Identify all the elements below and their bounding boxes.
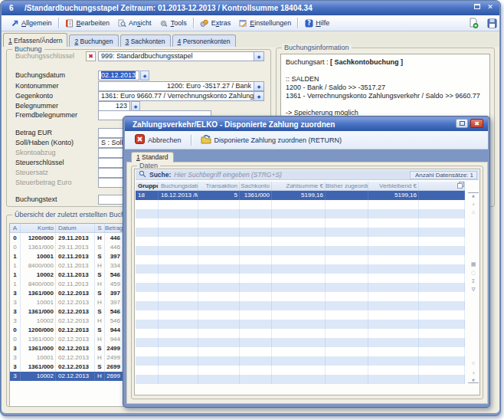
- cell: S: [95, 252, 105, 261]
- cell: [368, 228, 419, 237]
- cell: 10002: [21, 317, 56, 326]
- menu-item-allgemein[interactable]: Allgemein: [6, 17, 56, 29]
- restore-window-button[interactable]: [472, 3, 483, 11]
- empty-row[interactable]: [136, 320, 465, 329]
- empty-row[interactable]: [136, 200, 465, 209]
- menu-item-ansicht[interactable]: Ansicht: [113, 17, 155, 29]
- empty-row[interactable]: [136, 375, 465, 384]
- menu-item-hilfe[interactable]: ?Hilfe: [300, 17, 333, 29]
- scroll-down-icon[interactable]: ▽: [468, 361, 479, 366]
- buchungsdatum-label: Buchungsdatum: [15, 71, 65, 80]
- cell: 3: [10, 363, 21, 372]
- cell: [159, 209, 198, 218]
- cell: [159, 274, 198, 283]
- empty-row[interactable]: [136, 209, 465, 218]
- cell: H: [95, 261, 105, 271]
- empty-row[interactable]: [136, 246, 465, 255]
- tab-personenkonten[interactable]: 4 Personenkonten: [172, 34, 236, 47]
- cell: [198, 200, 240, 209]
- empty-row[interactable]: [136, 264, 465, 274]
- cell: [198, 310, 240, 320]
- grid-copy-icon[interactable]: [419, 182, 465, 191]
- add-row2-icon[interactable]: ＋: [468, 369, 479, 377]
- sum-icon[interactable]: Σ: [468, 278, 479, 284]
- tab-sachkonten[interactable]: 3 Sachkonten: [120, 34, 171, 47]
- grid-view-icon[interactable]: ▦: [468, 261, 479, 267]
- empty-row[interactable]: [136, 283, 465, 292]
- buchungsschluessel-combo[interactable]: 999: Standardbuchungsstapel◆: [98, 51, 264, 61]
- close-window-button[interactable]: ✕: [486, 3, 495, 11]
- search-rows-icon[interactable]: ◌: [468, 270, 479, 276]
- dialog-maximize-button[interactable]: [456, 119, 468, 128]
- scroll-bottom-icon[interactable]: ▼: [468, 378, 479, 383]
- empty-row[interactable]: [136, 366, 465, 375]
- betrag_eur-label: Betrag EUR: [15, 128, 52, 138]
- cell: [419, 301, 465, 310]
- dropdown-button[interactable]: ◆: [254, 82, 263, 90]
- cell: 2699: [105, 363, 123, 372]
- filter-icon[interactable]: ∇: [468, 287, 479, 293]
- empty-row[interactable]: [136, 356, 465, 366]
- cell: [368, 264, 419, 274]
- cell: [272, 237, 326, 246]
- empty-row[interactable]: [136, 237, 465, 246]
- cell: [136, 329, 159, 338]
- empty-row[interactable]: [136, 329, 465, 338]
- menu-item-tools[interactable]: Tools: [155, 17, 191, 29]
- kontonummer-combo[interactable]: 1200: Euro -3517.27 / Bank◆: [98, 81, 264, 91]
- cell: 8400/000: [21, 280, 56, 289]
- tab-erfassen-ndern[interactable]: 1 Erfassen/Ändern: [3, 33, 67, 47]
- new-document-icon[interactable]: [467, 17, 479, 29]
- search-icon: [139, 170, 146, 179]
- payment-row[interactable]: 1816.12.2013 /Mo51361/0005199,165199,16: [136, 191, 465, 200]
- menu-item-extras[interactable]: Extras: [196, 17, 235, 29]
- scroll-up-icon[interactable]: △: [468, 209, 479, 214]
- cell: H: [95, 372, 105, 381]
- cell: [326, 356, 368, 366]
- cell: [272, 228, 326, 237]
- buchungsdatum-input[interactable]: 02.12.2013: [98, 71, 139, 80]
- cell: [240, 283, 272, 292]
- spinner-button[interactable]: ◆: [140, 71, 149, 80]
- cell: [272, 200, 326, 209]
- scroll-top-icon[interactable]: ▲: [468, 192, 479, 198]
- cell: Buchungsdatum: [159, 182, 198, 191]
- cancel-button[interactable]: Abbrechen: [132, 133, 185, 147]
- buchungsdatum-value: 02.12.2013: [101, 71, 136, 79]
- empty-row[interactable]: [136, 228, 465, 237]
- cell: 397: [105, 298, 123, 307]
- cell: [419, 200, 465, 209]
- cell: S: [95, 224, 105, 233]
- clear-field-button[interactable]: ✖: [86, 51, 96, 61]
- empty-row[interactable]: [136, 338, 465, 347]
- empty-row[interactable]: [136, 255, 465, 264]
- cancel-x-icon: [135, 134, 145, 146]
- dialog-title: Zahlungsverkehr/ELKO - Disponierte Zahlu…: [133, 120, 335, 129]
- empty-row[interactable]: [136, 292, 465, 301]
- empty-row[interactable]: [136, 347, 465, 356]
- empty-row[interactable]: [136, 274, 465, 283]
- cell: [368, 356, 419, 366]
- menu-item-bearbeiten[interactable]: Bearbeiten: [61, 17, 114, 29]
- assign-payment-button[interactable]: Disponierte Zahlung zuordnen (RETURN): [198, 133, 345, 147]
- dialog-close-button[interactable]: ✖: [470, 119, 483, 128]
- save-icon[interactable]: [486, 17, 498, 29]
- cell: H: [95, 280, 105, 289]
- add-row-icon[interactable]: ＋: [468, 201, 479, 208]
- menu-item-einstellungen[interactable]: Einstellungen: [234, 17, 295, 29]
- empty-row[interactable]: [136, 301, 465, 310]
- cell: Betrag €: [105, 224, 123, 233]
- tab-buchungen[interactable]: 2 Buchungen: [69, 34, 118, 47]
- cell: [419, 255, 465, 264]
- cell: H: [95, 335, 105, 344]
- empty-row[interactable]: [136, 218, 465, 228]
- empty-row[interactable]: [136, 310, 465, 320]
- maximize-icon: [460, 121, 465, 126]
- cell: [136, 255, 159, 264]
- gegenkonto-combo[interactable]: 1361: Euro 9660.77 / Verrechnungskonto Z…: [98, 91, 264, 101]
- dropdown-button[interactable]: ◆: [254, 92, 263, 100]
- window-title: /Standardbuchungsstapel Zeitraum: 01.201…: [25, 2, 313, 15]
- tab-standard[interactable]: 1 Standard: [131, 152, 174, 162]
- dropdown-button[interactable]: ◆: [254, 52, 263, 61]
- cell: [368, 375, 419, 384]
